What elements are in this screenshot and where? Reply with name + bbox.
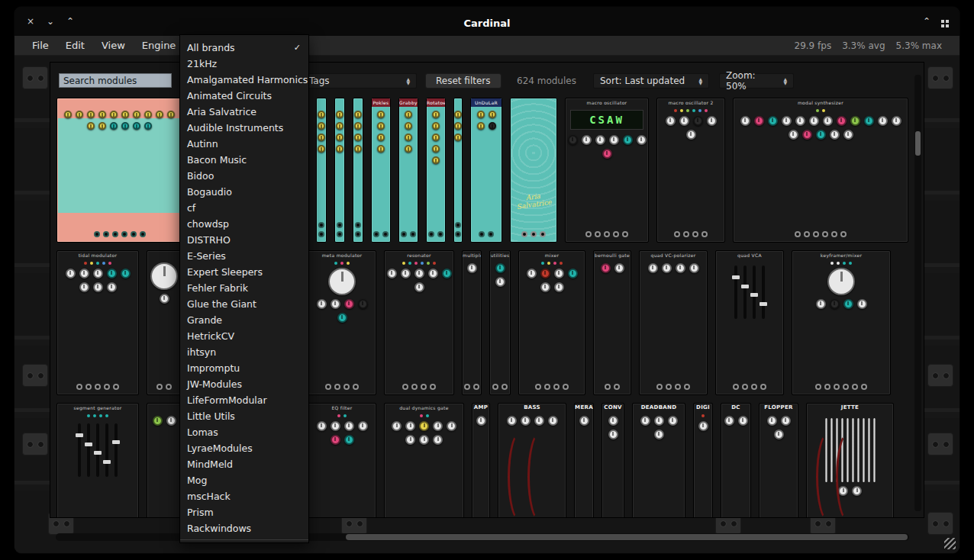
sort-select[interactable]: Sort: Last updated ▲▼ <box>593 73 709 89</box>
knob[interactable] <box>442 269 452 278</box>
knob[interactable] <box>609 135 619 145</box>
knob[interactable] <box>795 116 805 126</box>
menubar-item-edit[interactable]: Edit <box>57 40 93 51</box>
knob[interactable] <box>354 122 362 130</box>
brand-menu-item[interactable]: ihtsyn <box>180 344 308 360</box>
knob[interactable] <box>377 145 385 153</box>
port-jack[interactable] <box>834 384 840 390</box>
module-panel[interactable] <box>56 98 182 243</box>
knob[interactable] <box>595 135 605 145</box>
knob[interactable] <box>568 269 578 278</box>
module-panel[interactable]: DIGI <box>693 403 713 517</box>
port-jack[interactable] <box>585 231 592 237</box>
knob[interactable] <box>144 122 152 130</box>
port-jack[interactable] <box>553 384 560 390</box>
knob[interactable] <box>156 111 163 118</box>
horizontal-scrollbar-thumb[interactable] <box>346 534 908 540</box>
knob[interactable] <box>447 421 456 431</box>
brand-menu-item[interactable]: chowdsp <box>180 216 308 232</box>
port-jack[interactable] <box>521 231 527 237</box>
knob[interactable] <box>432 156 440 164</box>
port-jack[interactable] <box>337 222 343 228</box>
tile-windows-icon[interactable] <box>941 20 944 23</box>
module-panel[interactable] <box>316 98 327 243</box>
knob[interactable] <box>318 145 325 153</box>
knob[interactable] <box>331 421 340 431</box>
knob[interactable] <box>843 299 853 309</box>
module-panel[interactable] <box>453 98 463 243</box>
knob[interactable] <box>637 135 647 145</box>
module-panel[interactable]: dual dynamics gate <box>384 403 464 517</box>
knob[interactable] <box>344 299 354 309</box>
port-jack[interactable] <box>531 231 537 237</box>
port-jack[interactable] <box>815 384 821 390</box>
port-jack[interactable] <box>401 231 407 237</box>
port-jack[interactable] <box>804 231 810 237</box>
knob[interactable] <box>521 416 531 426</box>
module-panel[interactable]: utilities <box>489 250 511 395</box>
brand-menu-item[interactable]: Prism <box>180 504 308 520</box>
brand-menu-item[interactable]: Lomas <box>180 424 308 440</box>
knob[interactable] <box>540 282 550 292</box>
slider[interactable] <box>762 266 765 319</box>
brand-menu-item[interactable]: Expert Sleepers <box>180 264 308 280</box>
knob[interactable] <box>317 299 327 309</box>
knob[interactable] <box>432 145 440 153</box>
knob[interactable] <box>392 421 402 431</box>
knob[interactable] <box>166 416 176 426</box>
module-panel[interactable]: meta modulator <box>308 250 376 395</box>
port-jack[interactable] <box>831 231 837 237</box>
port-jack[interactable] <box>428 231 434 237</box>
port-jack[interactable] <box>112 231 118 237</box>
knob[interactable] <box>121 111 129 118</box>
knob[interactable] <box>698 421 708 431</box>
knob[interactable] <box>387 269 397 278</box>
knob[interactable] <box>608 430 618 439</box>
knob[interactable] <box>79 282 89 292</box>
knob[interactable] <box>707 116 717 126</box>
knob[interactable] <box>608 416 618 426</box>
knob[interactable] <box>160 294 169 304</box>
knob[interactable] <box>843 130 853 140</box>
port-jack[interactable] <box>488 231 494 237</box>
knob[interactable] <box>802 130 812 140</box>
knob[interactable] <box>676 263 685 273</box>
module-panel[interactable]: Grabby <box>398 98 418 243</box>
brand-menu-item[interactable]: All brands✓ <box>180 40 308 56</box>
knob[interactable] <box>405 122 412 130</box>
knob[interactable] <box>540 269 550 278</box>
port-jack[interactable] <box>337 231 343 237</box>
knob[interactable] <box>809 116 819 126</box>
knob[interactable] <box>336 134 343 141</box>
menubar-item-file[interactable]: File <box>24 40 57 51</box>
module-panel[interactable]: BASS <box>498 403 566 517</box>
module-panel[interactable]: EQ filter <box>308 403 376 517</box>
brand-menu-item[interactable]: cf <box>180 200 308 216</box>
vertical-scrollbar[interactable] <box>914 75 921 511</box>
port-jack[interactable] <box>683 231 689 237</box>
knob[interactable] <box>133 122 140 130</box>
port-jack[interactable] <box>103 231 109 237</box>
port-jack[interactable] <box>666 384 672 390</box>
knob[interactable] <box>476 416 486 426</box>
module-panel[interactable] <box>334 98 345 243</box>
slider[interactable] <box>87 423 90 477</box>
knob[interactable] <box>144 111 152 118</box>
port-jack[interactable] <box>701 231 708 237</box>
knob[interactable] <box>878 116 888 126</box>
knob[interactable] <box>579 416 589 426</box>
knob[interactable] <box>317 421 327 431</box>
port-jack[interactable] <box>861 384 867 390</box>
brand-menu-item[interactable]: Fehler Fabrik <box>180 280 308 296</box>
knob[interactable] <box>419 421 429 431</box>
module-panel[interactable]: resonator <box>384 250 454 395</box>
module-panel[interactable]: multiples <box>462 250 482 395</box>
knob[interactable] <box>857 299 867 309</box>
module-panel[interactable]: FLOPPER <box>759 403 798 517</box>
knob[interactable] <box>405 111 412 118</box>
port-jack[interactable] <box>692 231 698 237</box>
port-jack[interactable] <box>355 231 361 237</box>
port-jack[interactable] <box>131 231 137 237</box>
port-jack[interactable] <box>852 384 858 390</box>
port-jack[interactable] <box>355 222 361 228</box>
